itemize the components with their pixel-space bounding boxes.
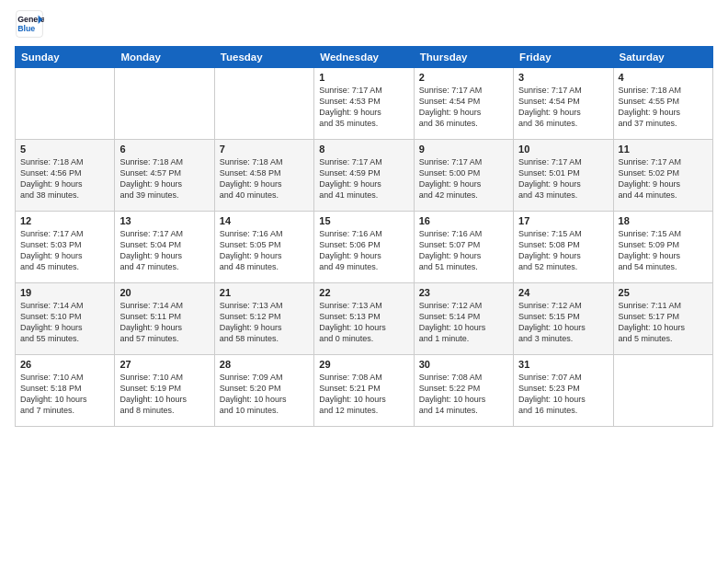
day-number: 23 xyxy=(419,287,508,298)
day-number: 17 xyxy=(518,215,608,226)
weekday-header-thursday: Thursday xyxy=(414,47,513,68)
week-row-2: 12Sunrise: 7:17 AM Sunset: 5:03 PM Dayli… xyxy=(16,212,713,283)
calendar: SundayMondayTuesdayWednesdayThursdayFrid… xyxy=(15,46,713,427)
day-number: 3 xyxy=(518,72,608,83)
calendar-cell: 15Sunrise: 7:16 AM Sunset: 5:06 PM Dayli… xyxy=(314,212,414,283)
weekday-header-tuesday: Tuesday xyxy=(214,47,313,68)
day-info: Sunrise: 7:17 AM Sunset: 4:54 PM Dayligh… xyxy=(518,85,608,130)
day-info: Sunrise: 7:16 AM Sunset: 5:06 PM Dayligh… xyxy=(319,228,408,273)
day-number: 28 xyxy=(220,359,309,370)
day-number: 31 xyxy=(518,359,608,370)
calendar-cell: 9Sunrise: 7:17 AM Sunset: 5:00 PM Daylig… xyxy=(414,140,513,212)
day-number: 11 xyxy=(619,144,708,155)
calendar-cell: 27Sunrise: 7:10 AM Sunset: 5:19 PM Dayli… xyxy=(115,355,214,427)
week-row-4: 26Sunrise: 7:10 AM Sunset: 5:18 PM Dayli… xyxy=(16,355,713,427)
day-info: Sunrise: 7:14 AM Sunset: 5:10 PM Dayligh… xyxy=(20,300,109,345)
day-number: 29 xyxy=(319,359,408,370)
weekday-header-friday: Friday xyxy=(514,47,613,68)
calendar-cell: 29Sunrise: 7:08 AM Sunset: 5:21 PM Dayli… xyxy=(314,355,414,427)
day-info: Sunrise: 7:08 AM Sunset: 5:21 PM Dayligh… xyxy=(319,372,408,417)
day-number: 16 xyxy=(419,215,508,226)
day-number: 15 xyxy=(319,215,408,226)
calendar-cell: 28Sunrise: 7:09 AM Sunset: 5:20 PM Dayli… xyxy=(214,355,313,427)
calendar-body: 1Sunrise: 7:17 AM Sunset: 4:53 PM Daylig… xyxy=(16,68,713,427)
day-number: 4 xyxy=(619,72,708,83)
day-info: Sunrise: 7:07 AM Sunset: 5:23 PM Dayligh… xyxy=(518,372,608,417)
calendar-cell: 22Sunrise: 7:13 AM Sunset: 5:13 PM Dayli… xyxy=(314,283,414,355)
day-number: 1 xyxy=(319,72,408,83)
weekday-header-wednesday: Wednesday xyxy=(314,47,414,68)
calendar-cell: 8Sunrise: 7:17 AM Sunset: 4:59 PM Daylig… xyxy=(314,140,414,212)
calendar-cell xyxy=(115,68,214,140)
page: General Blue SundayMondayTuesdayWednesda… xyxy=(0,0,728,563)
day-info: Sunrise: 7:15 AM Sunset: 5:08 PM Dayligh… xyxy=(518,228,608,273)
calendar-cell: 19Sunrise: 7:14 AM Sunset: 5:10 PM Dayli… xyxy=(16,283,115,355)
day-number: 18 xyxy=(619,215,708,226)
day-info: Sunrise: 7:17 AM Sunset: 5:04 PM Dayligh… xyxy=(119,228,209,273)
calendar-cell: 21Sunrise: 7:13 AM Sunset: 5:12 PM Dayli… xyxy=(214,283,313,355)
day-info: Sunrise: 7:18 AM Sunset: 4:57 PM Dayligh… xyxy=(119,156,209,201)
calendar-cell: 13Sunrise: 7:17 AM Sunset: 5:04 PM Dayli… xyxy=(115,212,214,283)
day-number: 20 xyxy=(119,287,209,298)
day-info: Sunrise: 7:16 AM Sunset: 5:05 PM Dayligh… xyxy=(220,228,309,273)
calendar-cell: 10Sunrise: 7:17 AM Sunset: 5:01 PM Dayli… xyxy=(514,140,613,212)
day-info: Sunrise: 7:10 AM Sunset: 5:18 PM Dayligh… xyxy=(20,372,109,417)
day-number: 10 xyxy=(518,144,608,155)
weekday-header-saturday: Saturday xyxy=(613,47,712,68)
day-info: Sunrise: 7:17 AM Sunset: 5:02 PM Dayligh… xyxy=(619,156,708,201)
day-info: Sunrise: 7:17 AM Sunset: 5:00 PM Dayligh… xyxy=(419,156,508,201)
day-info: Sunrise: 7:09 AM Sunset: 5:20 PM Dayligh… xyxy=(220,372,309,417)
calendar-cell: 17Sunrise: 7:15 AM Sunset: 5:08 PM Dayli… xyxy=(514,212,613,283)
logo: General Blue xyxy=(15,9,44,39)
calendar-cell: 16Sunrise: 7:16 AM Sunset: 5:07 PM Dayli… xyxy=(414,212,513,283)
weekday-header-sunday: Sunday xyxy=(16,47,115,68)
day-info: Sunrise: 7:17 AM Sunset: 4:59 PM Dayligh… xyxy=(319,156,408,201)
day-number: 12 xyxy=(20,215,109,226)
day-info: Sunrise: 7:13 AM Sunset: 5:13 PM Dayligh… xyxy=(319,300,408,345)
calendar-cell: 23Sunrise: 7:12 AM Sunset: 5:14 PM Dayli… xyxy=(414,283,513,355)
day-number: 21 xyxy=(220,287,309,298)
day-info: Sunrise: 7:18 AM Sunset: 4:56 PM Dayligh… xyxy=(20,156,109,201)
calendar-header: SundayMondayTuesdayWednesdayThursdayFrid… xyxy=(16,47,713,68)
day-info: Sunrise: 7:16 AM Sunset: 5:07 PM Dayligh… xyxy=(419,228,508,273)
day-number: 30 xyxy=(419,359,508,370)
day-number: 5 xyxy=(20,144,109,155)
calendar-cell: 7Sunrise: 7:18 AM Sunset: 4:58 PM Daylig… xyxy=(214,140,313,212)
day-number: 22 xyxy=(319,287,408,298)
day-number: 14 xyxy=(220,215,309,226)
day-info: Sunrise: 7:18 AM Sunset: 4:55 PM Dayligh… xyxy=(619,85,708,130)
day-number: 8 xyxy=(319,144,408,155)
day-info: Sunrise: 7:17 AM Sunset: 4:53 PM Dayligh… xyxy=(319,85,408,130)
day-info: Sunrise: 7:12 AM Sunset: 5:15 PM Dayligh… xyxy=(518,300,608,345)
day-number: 24 xyxy=(518,287,608,298)
calendar-cell: 25Sunrise: 7:11 AM Sunset: 5:17 PM Dayli… xyxy=(613,283,712,355)
day-info: Sunrise: 7:13 AM Sunset: 5:12 PM Dayligh… xyxy=(220,300,309,345)
week-row-1: 5Sunrise: 7:18 AM Sunset: 4:56 PM Daylig… xyxy=(16,140,713,212)
weekday-row: SundayMondayTuesdayWednesdayThursdayFrid… xyxy=(16,47,713,68)
day-info: Sunrise: 7:14 AM Sunset: 5:11 PM Dayligh… xyxy=(119,300,209,345)
calendar-cell: 14Sunrise: 7:16 AM Sunset: 5:05 PM Dayli… xyxy=(214,212,313,283)
calendar-cell: 1Sunrise: 7:17 AM Sunset: 4:53 PM Daylig… xyxy=(314,68,414,140)
calendar-cell: 6Sunrise: 7:18 AM Sunset: 4:57 PM Daylig… xyxy=(115,140,214,212)
day-info: Sunrise: 7:10 AM Sunset: 5:19 PM Dayligh… xyxy=(119,372,209,417)
day-number: 27 xyxy=(119,359,209,370)
day-number: 9 xyxy=(419,144,508,155)
day-number: 6 xyxy=(119,144,209,155)
header: General Blue xyxy=(15,9,713,39)
calendar-cell: 11Sunrise: 7:17 AM Sunset: 5:02 PM Dayli… xyxy=(613,140,712,212)
calendar-cell xyxy=(214,68,313,140)
calendar-cell: 26Sunrise: 7:10 AM Sunset: 5:18 PM Dayli… xyxy=(16,355,115,427)
calendar-cell: 12Sunrise: 7:17 AM Sunset: 5:03 PM Dayli… xyxy=(16,212,115,283)
calendar-cell: 4Sunrise: 7:18 AM Sunset: 4:55 PM Daylig… xyxy=(613,68,712,140)
logo-icon: General Blue xyxy=(15,9,44,39)
day-number: 19 xyxy=(20,287,109,298)
day-info: Sunrise: 7:18 AM Sunset: 4:58 PM Dayligh… xyxy=(220,156,309,201)
calendar-cell: 3Sunrise: 7:17 AM Sunset: 4:54 PM Daylig… xyxy=(514,68,613,140)
calendar-cell: 20Sunrise: 7:14 AM Sunset: 5:11 PM Dayli… xyxy=(115,283,214,355)
day-info: Sunrise: 7:11 AM Sunset: 5:17 PM Dayligh… xyxy=(619,300,708,345)
day-number: 25 xyxy=(619,287,708,298)
weekday-header-monday: Monday xyxy=(115,47,214,68)
week-row-0: 1Sunrise: 7:17 AM Sunset: 4:53 PM Daylig… xyxy=(16,68,713,140)
day-info: Sunrise: 7:17 AM Sunset: 5:01 PM Dayligh… xyxy=(518,156,608,201)
day-number: 13 xyxy=(119,215,209,226)
